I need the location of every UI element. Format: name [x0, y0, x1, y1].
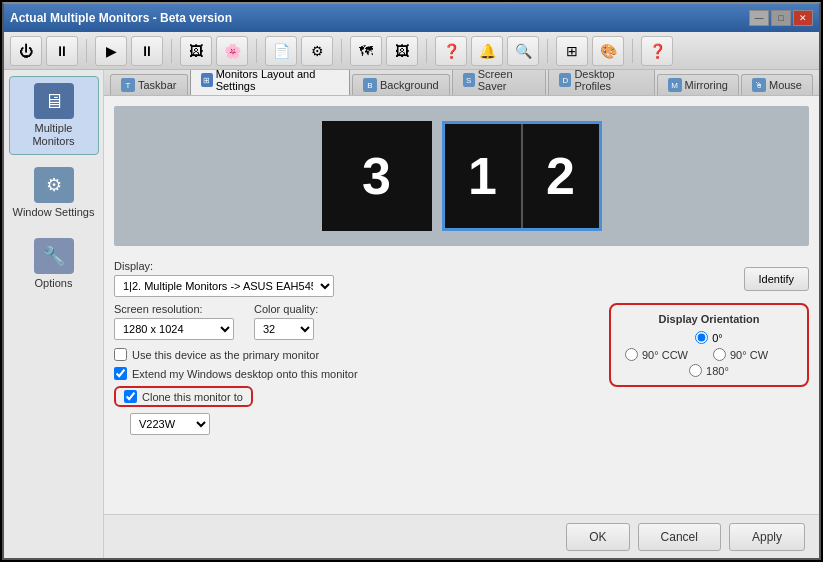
sidebar-window-settings-label: Window Settings [13, 206, 95, 219]
bottom-bar: OK Cancel Apply [104, 514, 819, 558]
display-group: Display: 1|2. Multiple Monitors -> ASUS … [114, 260, 334, 297]
resolution-select[interactable]: 1280 x 1024 [114, 318, 234, 340]
monitor12-block[interactable]: 1 2 [442, 121, 602, 231]
titlebar: Actual Multiple Monitors - Beta version … [4, 4, 819, 32]
sidebar: 🖥 Multiple Monitors ⚙ Window Settings 🔧 … [4, 70, 104, 558]
sidebar-options-label: Options [35, 277, 73, 290]
main-window: Actual Multiple Monitors - Beta version … [2, 2, 821, 560]
desktop-profiles-tab-icon: D [559, 73, 571, 87]
resolution-label: Screen resolution: [114, 303, 234, 315]
settings-icon[interactable]: ⚙ [301, 36, 333, 66]
sep4 [341, 39, 342, 63]
theme-icon[interactable]: 🌸 [216, 36, 248, 66]
sep2 [171, 39, 172, 63]
minimize-btn[interactable]: — [749, 10, 769, 26]
multiple-monitors-icon: 🖥 [34, 83, 74, 119]
sep7 [632, 39, 633, 63]
orientation-box: Display Orientation 0° 90° CCW [609, 303, 809, 387]
orient-options-grid: 90° CCW 90° CW 180° [625, 348, 793, 377]
clone-checkbox[interactable] [124, 390, 137, 403]
content-area: T Taskbar ⊞ Monitors Layout and Settings… [104, 70, 819, 558]
orient-0-radio[interactable] [695, 331, 708, 344]
search-icon[interactable]: 🔍 [507, 36, 539, 66]
map-icon[interactable]: 🗺 [350, 36, 382, 66]
tab-mirroring[interactable]: M Mirroring [657, 74, 739, 95]
cancel-button[interactable]: Cancel [638, 523, 721, 551]
sidebar-multiple-monitors-label: Multiple Monitors [14, 122, 94, 148]
media-icon[interactable]: 🖼 [386, 36, 418, 66]
orient-90ccw-label: 90° CCW [642, 349, 688, 361]
tab-background[interactable]: B Background [352, 74, 450, 95]
grid-icon[interactable]: ⊞ [556, 36, 588, 66]
color-icon[interactable]: 🎨 [592, 36, 624, 66]
primary-monitor-label: Use this device as the primary monitor [132, 349, 319, 361]
orient-180-label: 180° [706, 365, 729, 377]
tab-taskbar[interactable]: T Taskbar [110, 74, 188, 95]
monitor1-half: 1 [445, 124, 521, 228]
display-select[interactable]: 1|2. Multiple Monitors -> ASUS EAH5450 S… [114, 275, 334, 297]
notify-icon[interactable]: 🔔 [471, 36, 503, 66]
sep5 [426, 39, 427, 63]
orient-0-label: 0° [712, 332, 723, 344]
orientation-title: Display Orientation [625, 313, 793, 325]
sep1 [86, 39, 87, 63]
color-label: Color quality: [254, 303, 318, 315]
stop-icon[interactable]: ⏸ [131, 36, 163, 66]
clone-label: Clone this monitor to [142, 391, 243, 403]
doc-icon[interactable]: 📄 [265, 36, 297, 66]
sidebar-item-multiple-monitors[interactable]: 🖥 Multiple Monitors [9, 76, 99, 155]
gallery-icon[interactable]: 🖼 [180, 36, 212, 66]
extend-desktop-checkbox[interactable] [114, 367, 127, 380]
tab-screen-saver[interactable]: S Screen Saver [452, 70, 547, 95]
pause-icon[interactable]: ⏸ [46, 36, 78, 66]
sep3 [256, 39, 257, 63]
resolution-orientation-row: Screen resolution: 1280 x 1024 Color qua… [114, 303, 809, 435]
play-icon[interactable]: ▶ [95, 36, 127, 66]
color-group: Color quality: 32 [254, 303, 318, 340]
power-icon[interactable]: ⏻ [10, 36, 42, 66]
orient-90ccw-radio[interactable] [625, 348, 638, 361]
mouse-tab-icon: 🖱 [752, 78, 766, 92]
sidebar-item-options[interactable]: 🔧 Options [9, 232, 99, 296]
sidebar-item-window-settings[interactable]: ⚙ Window Settings [9, 161, 99, 225]
help1-icon[interactable]: ❓ [435, 36, 467, 66]
clone-row: Clone this monitor to [114, 386, 253, 407]
monitors-tab-icon: ⊞ [201, 73, 213, 87]
close-btn[interactable]: ✕ [793, 10, 813, 26]
left-controls: Screen resolution: 1280 x 1024 Color qua… [114, 303, 589, 435]
tab-monitors-layout[interactable]: ⊞ Monitors Layout and Settings [190, 70, 350, 95]
titlebar-controls: — □ ✕ [749, 10, 813, 26]
monitor-preview: 3 1 2 [114, 106, 809, 246]
orient-180-radio[interactable] [689, 364, 702, 377]
maximize-btn[interactable]: □ [771, 10, 791, 26]
primary-monitor-checkbox-row: Use this device as the primary monitor [114, 348, 589, 361]
clone-target-select[interactable]: V223W [130, 413, 210, 435]
orient-90ccw-option: 90° CCW [625, 348, 705, 361]
identify-button[interactable]: Identify [744, 267, 809, 291]
checkboxes-section: Use this device as the primary monitor E… [114, 348, 589, 435]
display-row: Display: 1|2. Multiple Monitors -> ASUS … [114, 260, 809, 297]
extend-desktop-label: Extend my Windows desktop onto this moni… [132, 368, 358, 380]
color-select[interactable]: 32 [254, 318, 314, 340]
screen-saver-tab-icon: S [463, 73, 475, 87]
ok-button[interactable]: OK [566, 523, 629, 551]
tab-mouse[interactable]: 🖱 Mouse [741, 74, 813, 95]
help2-icon[interactable]: ❓ [641, 36, 673, 66]
orient-90cw-label: 90° CW [730, 349, 768, 361]
tab-desktop-profiles[interactable]: D Desktop Profiles [548, 70, 654, 95]
orient-0-row: 0° [625, 331, 793, 344]
taskbar-tab-icon: T [121, 78, 135, 92]
monitor2-half: 2 [523, 124, 599, 228]
orient-90cw-radio[interactable] [713, 348, 726, 361]
mirroring-tab-icon: M [668, 78, 682, 92]
monitor3-block[interactable]: 3 [322, 121, 432, 231]
orient-90cw-option: 90° CW [713, 348, 793, 361]
panel: 3 1 2 Display: [104, 96, 819, 514]
tabs: T Taskbar ⊞ Monitors Layout and Settings… [104, 70, 819, 96]
res-color-row: Screen resolution: 1280 x 1024 Color qua… [114, 303, 589, 340]
primary-monitor-checkbox[interactable] [114, 348, 127, 361]
main-content: 🖥 Multiple Monitors ⚙ Window Settings 🔧 … [4, 70, 819, 558]
apply-button[interactable]: Apply [729, 523, 805, 551]
sep6 [547, 39, 548, 63]
background-tab-icon: B [363, 78, 377, 92]
